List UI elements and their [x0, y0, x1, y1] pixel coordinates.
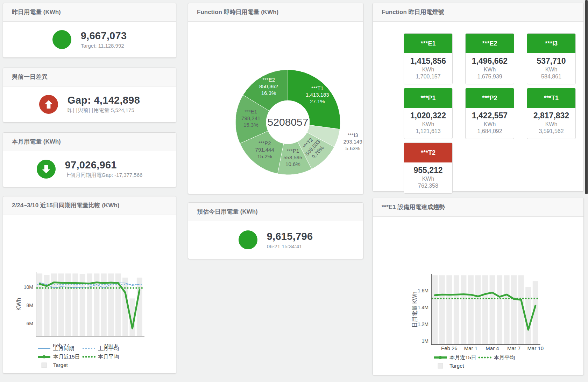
stat-subtext: 06-21 15:34:41: [267, 243, 313, 249]
tile-target-value: 1,675,939: [466, 74, 513, 80]
stat-value: 9,615,796: [267, 231, 313, 242]
tile-unit: KWh: [528, 67, 575, 73]
light-tiles-grid: ***E11,415,856KWh1,700,157***E21,496,662…: [404, 33, 576, 194]
light-tile-P2: ***P21,422,557KWh1,684,092: [465, 88, 514, 139]
panel-15day-compare-chart: 2/24~3/10 近15日同期用電量比較 (KWh) 6M8M10MFeb 2…: [3, 196, 176, 374]
tile-target-value: 3,591,562: [528, 128, 575, 134]
panel-title: 昨日用電量 (KWh): [3, 3, 176, 22]
tile-unit: KWh: [405, 121, 452, 127]
panel-title: ***E1 設備用電達成趨勢: [373, 198, 583, 217]
tile-target-value: 584,861: [528, 74, 575, 80]
panel-title: 預估今日用電量 (KWh): [188, 203, 363, 221]
tile-value: 1,415,856: [405, 56, 452, 66]
tile-value: 537,710: [528, 56, 575, 66]
svg-text:1M: 1M: [422, 338, 428, 344]
tile-target-value: 762,358: [405, 183, 452, 189]
panel-title: Function 昨日用電燈號: [373, 3, 583, 22]
svg-text:10M: 10M: [24, 284, 33, 290]
svg-text:5208057: 5208057: [268, 116, 309, 128]
light-tile-I3: ***I3537,710KWh584,861: [527, 33, 576, 84]
tile-label: ***P1: [404, 88, 452, 108]
scrollbar-track[interactable]: [585, 0, 588, 382]
compare-15day-chart: 6M8M10MFeb 27Mar 6KWh上月同期上月平均本月近15日本月平均T…: [3, 215, 176, 374]
panel-title: 2/24~3/10 近15日同期用電量比較 (KWh): [3, 196, 176, 215]
tile-unit: KWh: [405, 67, 452, 73]
tile-unit: KWh: [528, 121, 575, 127]
panel-month-usage: 本月用電量 (KWh) 97,026,961 上個月同期用電Gap: -17,3…: [3, 132, 176, 187]
svg-text:1.6M: 1.6M: [418, 288, 428, 293]
panel-title: 與前一日差異: [3, 68, 176, 86]
light-tile-E1: ***E11,415,856KWh1,700,157: [404, 33, 453, 84]
tile-unit: KWh: [466, 67, 513, 73]
scrollbar-thumb[interactable]: [585, 0, 588, 194]
tile-unit: KWh: [405, 176, 452, 182]
status-circle-up-arrow-icon: [39, 95, 58, 114]
tile-target-value: 1,121,613: [405, 128, 452, 134]
svg-text:本月平均: 本月平均: [494, 354, 515, 360]
light-tile-E2: ***E21,496,662KWh1,675,939: [465, 33, 514, 84]
panel-e1-trend-chart: ***E1 設備用電達成趨勢 1M1.2M1.4M1.6MFeb 26Mar 1…: [373, 198, 584, 375]
light-tile-P1: ***P11,020,322KWh1,121,613: [404, 88, 453, 139]
svg-text:日用電量 KWh: 日用電量 KWh: [412, 292, 418, 328]
stat-value: 9,667,073: [81, 30, 127, 42]
panel-day-gap: 與前一日差異 Gap: 4,142,898 昨日與前日用電量 5,524,175: [3, 68, 176, 123]
e1-trend-chart: 1M1.2M1.4M1.6MFeb 26Mar 1Mar 4Mar 7Mar 1…: [373, 217, 583, 375]
panel-title: Function 即時日用電量 (KWh): [188, 3, 363, 22]
tile-label: ***T1: [527, 88, 575, 108]
panel-today-forecast: 預估今日用電量 (KWh) 9,615,796 06-21 15:34:41: [188, 202, 363, 259]
tile-value: 1,020,322: [405, 111, 452, 120]
svg-text:6M: 6M: [27, 321, 33, 326]
svg-text:本月近15日: 本月近15日: [53, 354, 80, 360]
light-tile-T2: ***T2955,212KWh762,358: [404, 143, 453, 194]
tile-value: 1,422,557: [466, 111, 513, 120]
stat-value: 97,026,961: [65, 159, 143, 171]
svg-text:***I3293,1495.63%: ***I3293,1495.63%: [343, 132, 362, 151]
svg-text:本月近15日: 本月近15日: [449, 354, 476, 360]
tile-unit: KWh: [466, 121, 513, 127]
tile-target-value: 1,684,092: [466, 128, 513, 134]
panel-yesterday-usage: 昨日用電量 (KWh) 9,667,073 Target: 11,128,992: [3, 3, 176, 58]
svg-text:KWh: KWh: [15, 298, 22, 311]
svg-text:Mar 1: Mar 1: [464, 345, 477, 351]
tile-value: 2,817,832: [528, 111, 575, 120]
light-tile-T1: ***T12,817,832KWh3,591,562: [527, 88, 576, 139]
stat-subtext: 昨日與前日用電量 5,524,175: [68, 107, 140, 114]
tile-label: ***I3: [527, 34, 575, 53]
panel-yesterday-lights: Function 昨日用電燈號 ***E11,415,856KWh1,700,1…: [373, 3, 584, 192]
status-circle: [52, 30, 71, 49]
dashboard-page: 昨日用電量 (KWh) 9,667,073 Target: 11,128,992…: [0, 0, 588, 382]
svg-text:Mar 4: Mar 4: [486, 345, 499, 351]
svg-text:Feb 26: Feb 26: [441, 345, 458, 351]
svg-text:Mar 10: Mar 10: [527, 345, 544, 351]
svg-text:1.2M: 1.2M: [418, 321, 428, 327]
svg-text:Mar 7: Mar 7: [507, 345, 520, 351]
tile-value: 955,212: [405, 166, 452, 175]
svg-text:上月平均: 上月平均: [98, 345, 119, 351]
status-circle-down-arrow-icon: [37, 160, 56, 179]
tile-label: ***E2: [466, 34, 514, 53]
stat-subtext: Target: 11,128,992: [81, 43, 127, 49]
tile-label: ***T2: [404, 143, 452, 162]
tile-target-value: 1,700,157: [405, 74, 452, 80]
svg-text:8M: 8M: [27, 303, 33, 308]
tile-value: 1,496,662: [466, 56, 513, 66]
svg-text:Target: Target: [449, 363, 465, 369]
svg-text:1.4M: 1.4M: [418, 305, 428, 310]
stat-value: Gap: 4,142,898: [68, 95, 140, 106]
svg-text:上月同期: 上月同期: [53, 345, 74, 351]
function-usage-donut-chart: ***T11,413,18327.1%***I3293,1495.63%***T…: [188, 22, 363, 194]
svg-text:Target: Target: [53, 362, 68, 368]
svg-text:本月平均: 本月平均: [98, 354, 119, 360]
stat-subtext: 上個月同期用電Gap: -17,377,566: [65, 172, 143, 179]
panel-title: 本月用電量 (KWh): [3, 133, 176, 151]
tile-label: ***E1: [404, 34, 452, 53]
tile-label: ***P2: [466, 88, 514, 108]
status-circle: [239, 230, 257, 249]
panel-function-realtime-donut: Function 即時日用電量 (KWh) ***T11,413,18327.1…: [188, 3, 363, 194]
